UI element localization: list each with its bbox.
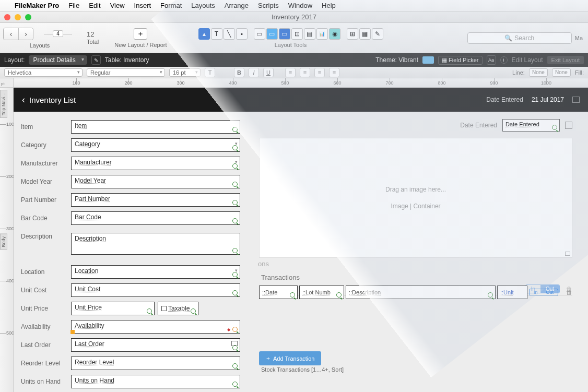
category-field[interactable]: Category▾ — [71, 138, 240, 152]
image-container-label: Image | Container — [391, 203, 440, 210]
header-menu-icon[interactable] — [572, 97, 580, 103]
last-order-field[interactable]: Last Order — [71, 338, 240, 352]
underline-button[interactable]: U — [263, 68, 274, 77]
tab-tool[interactable]: ⊡ — [291, 28, 303, 40]
menu-file[interactable]: File — [68, 2, 79, 9]
align-justify-button[interactable]: ≡ — [329, 68, 339, 77]
chart-tool[interactable]: 📊 — [316, 28, 328, 40]
date-entered-field[interactable]: Date Entered — [502, 119, 560, 132]
info-icon[interactable]: i — [500, 56, 508, 64]
italic-button[interactable]: I — [249, 68, 259, 77]
part-label-top[interactable]: Top Navi… — [0, 90, 7, 118]
prev-layout-button[interactable]: ‹ — [4, 28, 18, 40]
line-width[interactable]: None — [552, 68, 571, 77]
edit-layout-icon[interactable]: ✎ — [91, 55, 101, 65]
line-style[interactable]: None — [529, 68, 548, 77]
edit-layout-text[interactable]: Edit Layout — [512, 56, 543, 64]
webviewer-tool[interactable]: ◉ — [329, 28, 340, 40]
item-field[interactable]: Item — [71, 120, 240, 134]
format-painter-tool[interactable]: ✎ — [372, 28, 383, 40]
menu-insert[interactable]: Insert — [134, 2, 151, 9]
menubar[interactable]: FileMaker Pro File Edit View Insert Form… — [0, 0, 588, 11]
buttonbar-tool[interactable]: ▭ — [279, 28, 290, 40]
bold-button[interactable]: B — [234, 68, 244, 77]
layout-slider[interactable]: 4 — [40, 30, 76, 38]
font-weight-selector[interactable]: Regular — [87, 68, 165, 77]
part-tool[interactable]: ▦ — [359, 28, 371, 40]
layout-nav-buttons[interactable]: ‹ › — [3, 28, 33, 40]
layout-canvas[interactable]: ‹ Inventory List Date Entered 21 Jul 201… — [14, 88, 588, 392]
menu-window[interactable]: Window — [288, 2, 312, 9]
theme-swatch[interactable] — [422, 56, 434, 64]
aa-icon[interactable]: Aa — [487, 55, 496, 65]
button-tool[interactable]: ▭ — [266, 28, 278, 40]
menu-view[interactable]: View — [110, 2, 125, 9]
minimize-window-button[interactable] — [15, 14, 21, 20]
portal-date-field[interactable]: ::Date — [259, 286, 298, 299]
menu-scripts[interactable]: Scripts — [258, 2, 279, 9]
font-selector[interactable]: Helvetica — [4, 68, 83, 77]
portal-lot-field[interactable]: ::Lot Numb — [299, 286, 344, 299]
io-toggle-ghost[interactable]: InOut — [525, 284, 560, 293]
portal-tool[interactable]: ▤ — [304, 28, 315, 40]
model-year-field[interactable]: Model Year — [71, 175, 240, 188]
exit-layout-button[interactable]: Exit Layout — [547, 56, 584, 64]
align-center-button[interactable]: ≡ — [300, 68, 310, 77]
align-left-button[interactable]: ≡ — [285, 68, 296, 77]
calendar-icon-2[interactable] — [565, 122, 572, 129]
layout-header-band: ‹ Inventory List Date Entered 21 Jul 201… — [14, 88, 588, 112]
selection-tool[interactable]: ▴ — [198, 28, 210, 40]
manufacturer-field[interactable]: Manufacturer▾ — [71, 157, 240, 170]
text-tool[interactable]: T — [211, 28, 222, 40]
text-color-button[interactable]: T — [205, 68, 215, 77]
align-right-button[interactable]: ≡ — [314, 68, 325, 77]
theme-label: Theme: Vibrant — [375, 56, 418, 64]
form-right-column: Date Entered Date Entered Drag an image … — [259, 119, 572, 373]
breadcrumb-title[interactable]: Inventory List — [29, 96, 76, 104]
category-label: Category — [21, 141, 71, 149]
field-tool[interactable]: ▭ — [254, 28, 265, 40]
unit-cost-field[interactable]: Unit Cost — [71, 283, 240, 297]
back-chevron-icon[interactable]: ‹ — [22, 94, 25, 105]
line-tool[interactable]: ╲ — [224, 28, 235, 40]
menu-layouts[interactable]: Layouts — [191, 2, 215, 9]
portal-desc-field[interactable]: ::Description — [346, 286, 496, 299]
new-layout-button[interactable]: ＋ New Layout / Report — [114, 28, 167, 48]
availability-label: Availability — [21, 323, 71, 330]
zoom-window-button[interactable] — [25, 14, 31, 20]
new-layout-icon: ＋ — [134, 28, 147, 40]
taxable-field[interactable]: Taxable — [158, 302, 198, 315]
search-field[interactable]: 🔍 Search — [467, 32, 572, 44]
menu-edit[interactable]: Edit — [89, 2, 100, 9]
unit-price-field[interactable]: Unit Price — [71, 302, 155, 315]
formatbar: Helvetica Regular 16 pt T B I U ≡ ≡ ≡ ≡ … — [0, 67, 588, 78]
part-number-label: Part Number — [21, 196, 71, 204]
menu-format[interactable]: Format — [160, 2, 182, 9]
field-picker-tool[interactable]: ⊞ — [347, 28, 358, 40]
rectangle-tool[interactable]: ▪ — [236, 28, 248, 40]
units-on-hand-field[interactable]: Units on Hand — [71, 375, 240, 388]
description-field[interactable]: Description — [71, 233, 240, 255]
image-container-field[interactable]: Drag an image here... Image | Container — [259, 138, 572, 258]
add-transaction-button[interactable]: ＋ Add Transaction — [259, 351, 321, 365]
image-drop-hint: Drag an image here... — [385, 186, 446, 193]
close-window-button[interactable] — [4, 14, 10, 20]
item-label: Item — [21, 123, 71, 130]
part-number-field[interactable]: Part Number — [71, 193, 240, 207]
menu-help[interactable]: Help — [322, 2, 336, 9]
bar-code-field[interactable]: Bar Code — [71, 211, 240, 225]
layout-selector[interactable]: Product Details — [29, 55, 87, 65]
field-picker-button[interactable]: ▦ Field Picker — [438, 56, 482, 65]
portal-units-field[interactable]: ::Unit — [497, 286, 527, 299]
last-order-label: Last Order — [21, 341, 71, 349]
menu-arrange[interactable]: Arrange — [225, 2, 249, 9]
location-field[interactable]: Location▾ — [71, 265, 240, 279]
portal-info-label: Stock Transactions [1…4+, Sort] — [259, 366, 572, 373]
font-size-selector[interactable]: 16 pt — [169, 68, 201, 77]
availability-field[interactable]: Availability◆ — [71, 320, 240, 334]
next-layout-button[interactable]: › — [18, 28, 33, 40]
app-name[interactable]: FileMaker Pro — [15, 2, 59, 9]
part-label-body[interactable]: Body — [0, 234, 7, 250]
trash-icon[interactable]: 🗑 — [566, 286, 572, 293]
reorder-level-field[interactable]: Reorder Level — [71, 357, 240, 370]
